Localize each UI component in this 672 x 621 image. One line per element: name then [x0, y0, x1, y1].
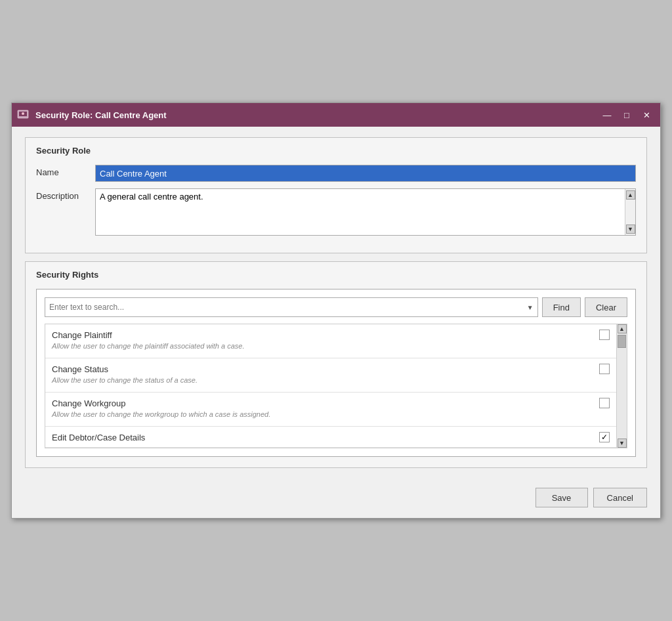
- right-item-header: Change Plaintiff: [52, 330, 610, 340]
- scroll-down-arrow[interactable]: ▼: [626, 225, 635, 234]
- search-dropdown-icon[interactable]: ▼: [527, 304, 534, 311]
- search-input[interactable]: [49, 303, 527, 312]
- scroll-thumb[interactable]: [618, 335, 626, 348]
- rights-list-scrollbar: ▲ ▼: [616, 324, 627, 448]
- scroll-track: [617, 333, 627, 439]
- window-content: Security Role Name Description A general…: [12, 127, 660, 481]
- title-bar: Security Role: Call Centre Agent — □ ✕: [12, 103, 660, 127]
- right-item-header: Edit Debtor/Case Details ✓: [52, 432, 610, 442]
- name-row: Name: [36, 165, 636, 182]
- right-item-name: Change Status: [52, 364, 108, 374]
- right-item-name: Change Workgroup: [52, 398, 126, 408]
- description-input[interactable]: A general call centre agent.: [96, 189, 625, 235]
- search-input-wrapper: ▼: [45, 297, 538, 317]
- scroll-up-arrow[interactable]: ▲: [626, 190, 635, 200]
- clear-button[interactable]: Clear: [585, 297, 627, 317]
- right-item-description: Allow the user to change the workgroup t…: [52, 410, 610, 423]
- description-row: Description A general call centre agent.…: [36, 188, 636, 236]
- cancel-button[interactable]: Cancel: [593, 488, 647, 507]
- main-window: Security Role: Call Centre Agent — □ ✕ S…: [11, 102, 661, 519]
- name-label: Name: [36, 165, 95, 177]
- textarea-wrapper: A general call centre agent. ▲ ▼: [95, 188, 636, 236]
- list-item: Edit Debtor/Case Details ✓: [45, 427, 616, 448]
- security-rights-title: Security Rights: [36, 270, 636, 280]
- description-label: Description: [36, 188, 95, 201]
- right-item-description: Allow the user to change the plaintiff a…: [52, 342, 610, 355]
- right-item-checkbox[interactable]: [599, 364, 610, 374]
- name-input[interactable]: [95, 165, 636, 182]
- right-item-checkbox[interactable]: [599, 330, 610, 340]
- security-role-title: Security Role: [36, 146, 636, 156]
- right-item-description: Allow the user to change the status of a…: [52, 376, 610, 389]
- minimize-button[interactable]: —: [598, 108, 616, 122]
- security-role-section: Security Role Name Description A general…: [25, 137, 647, 253]
- description-scrollbar: ▲ ▼: [625, 189, 635, 235]
- right-item-header: Change Workgroup: [52, 398, 610, 408]
- security-rights-section: Security Rights ▼ Find Clear: [25, 261, 647, 468]
- right-item-checkbox[interactable]: [599, 398, 610, 408]
- window-controls: — □ ✕: [598, 108, 655, 122]
- scroll-up-icon[interactable]: ▲: [618, 324, 627, 333]
- list-item: Change Workgroup Allow the user to chang…: [45, 393, 616, 427]
- rights-list-content: Change Plaintiff Allow the user to chang…: [45, 324, 616, 448]
- list-item: Change Status Allow the user to change t…: [45, 358, 616, 393]
- window-title: Security Role: Call Centre Agent: [35, 110, 598, 120]
- right-item-name: Change Plaintiff: [52, 330, 112, 340]
- rights-list: Change Plaintiff Allow the user to chang…: [45, 324, 627, 448]
- right-item-header: Change Status: [52, 364, 610, 374]
- find-button[interactable]: Find: [542, 297, 581, 317]
- close-button[interactable]: ✕: [638, 108, 655, 122]
- maximize-button[interactable]: □: [618, 108, 635, 122]
- footer-bar: Save Cancel: [12, 481, 660, 518]
- search-bar: ▼ Find Clear: [45, 297, 627, 317]
- right-item-checkbox[interactable]: ✓: [599, 432, 610, 442]
- right-item-name: Edit Debtor/Case Details: [52, 433, 145, 442]
- rights-inner-box: ▼ Find Clear Change Plaintiff: [36, 289, 636, 457]
- svg-point-2: [22, 112, 24, 115]
- name-field-wrapper: [95, 165, 636, 182]
- description-field-wrapper: A general call centre agent. ▲ ▼: [95, 188, 636, 236]
- window-icon: [17, 108, 30, 121]
- list-item: Change Plaintiff Allow the user to chang…: [45, 324, 616, 358]
- scroll-down-icon[interactable]: ▼: [618, 439, 627, 448]
- save-button[interactable]: Save: [536, 488, 588, 507]
